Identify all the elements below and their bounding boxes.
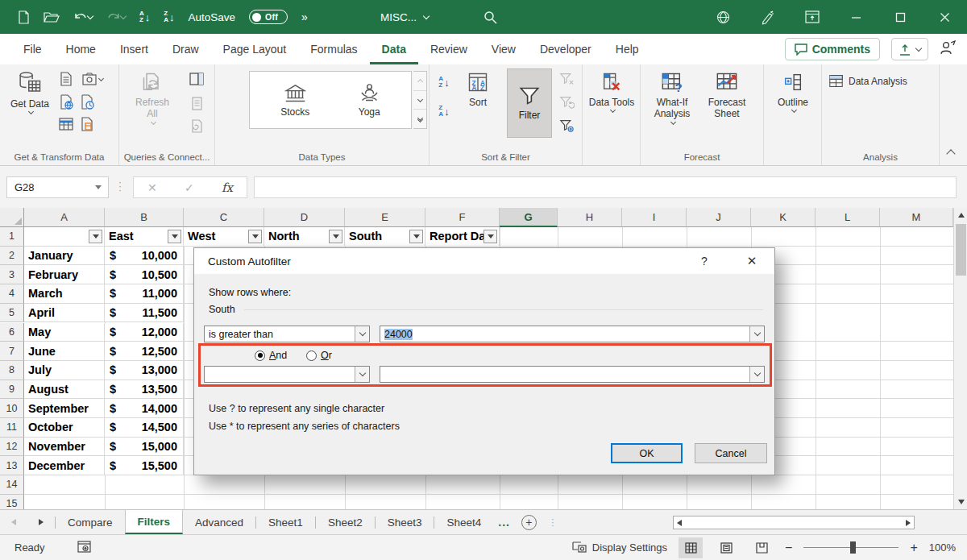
from-picture-icon[interactable] — [79, 71, 106, 87]
minimize-button[interactable] — [834, 0, 878, 34]
page-break-preview-button[interactable] — [749, 537, 774, 558]
row-header[interactable]: 13 — [0, 456, 24, 475]
tab-formulas[interactable]: Formulas — [298, 34, 369, 64]
column-header-j[interactable]: J — [687, 208, 751, 227]
cell-amount[interactable]: $10,500 — [105, 265, 184, 284]
sort-ascending-icon[interactable]: AZ↓ — [139, 5, 150, 29]
cell-d1-north[interactable]: North — [264, 227, 345, 247]
cell-month[interactable]: August — [24, 380, 105, 400]
what-if-analysis-button[interactable]: ? What-If Analysis — [649, 71, 695, 124]
undo-button[interactable] — [73, 5, 93, 29]
maximize-button[interactable] — [878, 0, 923, 34]
condition1-chevron-icon[interactable] — [355, 326, 369, 342]
zoom-slider[interactable] — [803, 547, 899, 548]
filter-dropdown-east[interactable] — [168, 230, 181, 243]
tab-home[interactable]: Home — [54, 34, 108, 64]
cell-c1-west[interactable]: West — [184, 227, 264, 247]
cell-amount[interactable]: $13,500 — [105, 380, 184, 400]
from-text-icon[interactable] — [58, 71, 74, 87]
filter-button-active[interactable]: Filter — [507, 68, 552, 138]
filter-dropdown-north[interactable] — [329, 230, 342, 243]
zoom-in-button[interactable]: + — [910, 541, 917, 555]
normal-view-button[interactable] — [679, 537, 703, 558]
cell-e1-south[interactable]: South — [345, 227, 425, 247]
recent-sources-icon[interactable] — [79, 93, 95, 110]
value1-chevron-icon[interactable] — [749, 326, 764, 342]
condition1-dropdown[interactable]: is greater than — [204, 326, 370, 342]
column-header-c[interactable]: C — [184, 208, 264, 227]
row-header[interactable]: 11 — [0, 418, 24, 438]
sheet-tab-sheet3[interactable]: Sheet3 — [376, 510, 434, 534]
new-sheet-button[interactable]: + — [521, 515, 537, 530]
gallery-down-icon[interactable] — [413, 91, 426, 110]
or-radio-icon[interactable] — [306, 351, 317, 361]
and-radio-icon[interactable] — [255, 351, 265, 361]
formula-input[interactable] — [254, 176, 957, 198]
value2-dropdown[interactable] — [380, 366, 765, 383]
from-table-range-icon[interactable] — [58, 116, 74, 132]
gallery-more-icon[interactable] — [413, 110, 426, 128]
column-header-d[interactable]: D — [264, 208, 345, 227]
row-header[interactable]: 2 — [0, 247, 24, 266]
comments-button[interactable]: Comments — [785, 38, 880, 60]
cell-amount[interactable]: $11,000 — [105, 284, 184, 304]
insert-function-icon[interactable]: fx — [222, 180, 233, 195]
filter-dropdown-west[interactable] — [248, 230, 262, 243]
cell-amount[interactable]: $12,500 — [105, 342, 184, 361]
cell-month[interactable]: July — [24, 361, 105, 380]
sheet-tab-advanced[interactable]: Advanced — [183, 510, 255, 534]
sort-a-to-z-icon[interactable]: AZ↓ — [436, 74, 452, 90]
cell-month[interactable]: April — [24, 304, 105, 323]
forecast-sheet-button[interactable]: Forecast Sheet — [703, 71, 750, 120]
sort-button[interactable]: Z A A Z Sort — [457, 71, 499, 108]
cell-month[interactable]: November — [24, 438, 105, 457]
cell-month[interactable]: October — [24, 418, 105, 438]
dialog-close-button[interactable]: ✕ — [736, 248, 768, 274]
column-header-e[interactable]: E — [345, 208, 425, 227]
cell-amount[interactable]: $15,500 — [105, 456, 184, 475]
name-box-dropdown-icon[interactable] — [95, 185, 102, 189]
sheet-tab-compare[interactable]: Compare — [56, 510, 125, 534]
column-header-i[interactable]: I — [622, 208, 687, 227]
search-icon[interactable] — [484, 0, 497, 34]
tab-draw[interactable]: Draw — [160, 34, 211, 64]
hscroll-right-icon[interactable] — [906, 520, 911, 526]
row-header[interactable]: 10 — [0, 399, 24, 418]
cell-amount[interactable]: $12,000 — [105, 323, 184, 342]
cell-month[interactable]: December — [24, 456, 105, 475]
column-header-b[interactable]: B — [105, 208, 184, 227]
column-header-m[interactable]: M — [880, 208, 953, 227]
row-header[interactable]: 4 — [0, 284, 24, 304]
condition2-dropdown[interactable] — [204, 366, 370, 383]
tab-page-layout[interactable]: Page Layout — [211, 34, 299, 64]
autosave-toggle[interactable]: Off — [249, 10, 288, 24]
cell-a1[interactable] — [24, 227, 105, 247]
value1-dropdown[interactable]: 24000 — [380, 326, 765, 342]
horizontal-scrollbar[interactable] — [673, 516, 915, 529]
more-commands-button[interactable]: » — [301, 10, 308, 23]
ribbon-display-options-icon[interactable] — [790, 0, 834, 34]
sort-z-to-a-icon[interactable]: ZA↓ — [436, 103, 452, 119]
sheet-tab-sheet4[interactable]: Sheet4 — [434, 510, 493, 534]
scroll-up-icon[interactable] — [954, 208, 967, 222]
globe-icon[interactable] — [701, 0, 745, 34]
cell-month[interactable]: September — [24, 399, 105, 418]
data-type-stocks[interactable]: Stocks — [280, 83, 309, 118]
vertical-scroll-thumb[interactable] — [956, 224, 966, 276]
close-button[interactable] — [923, 0, 967, 34]
sheet-tab-sheet2[interactable]: Sheet2 — [316, 510, 375, 534]
cell-amount[interactable]: $14,500 — [105, 418, 184, 438]
tab-scrollbar-separator[interactable]: ··· — [551, 517, 554, 527]
laser-pen-icon[interactable] — [745, 0, 790, 34]
existing-connections-icon[interactable] — [79, 116, 95, 132]
column-header-f[interactable]: F — [425, 208, 500, 227]
undo-dropdown-icon[interactable] — [87, 12, 93, 19]
row-header[interactable]: 12 — [0, 438, 24, 457]
zoom-level[interactable]: 100% — [929, 541, 956, 554]
vertical-scrollbar[interactable] — [953, 208, 967, 509]
value2-chevron-icon[interactable] — [749, 367, 764, 382]
display-settings-button[interactable]: Display Settings — [572, 541, 667, 554]
macro-record-icon[interactable] — [77, 541, 91, 555]
more-sheets-button[interactable]: ... — [493, 516, 515, 529]
column-header-g-selected[interactable]: G — [500, 208, 558, 227]
